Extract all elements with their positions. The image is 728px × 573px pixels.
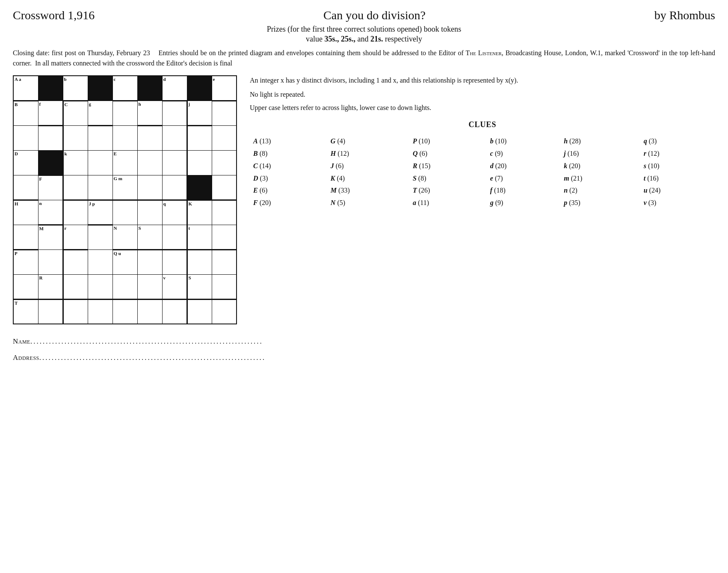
clue-letter: d <box>490 162 494 169</box>
crossword-number: Crossword 1,916 <box>13 9 95 22</box>
cell-E7 <box>162 175 187 200</box>
cell-R2: R <box>38 274 63 299</box>
clue-letter: E <box>253 187 258 194</box>
cell-D9 <box>212 150 237 175</box>
clues-title: CLUES <box>250 119 715 131</box>
cell-R1 <box>13 274 38 299</box>
cell-B3: C <box>63 101 88 125</box>
clues-row: C (14)J (6)R (15)d (20)k (20)s (10) <box>250 160 715 172</box>
cell-T5 <box>112 299 137 324</box>
cell-M6: S <box>137 225 162 249</box>
cell-A8-black <box>187 76 212 101</box>
clue-cell: S (8) <box>409 172 487 185</box>
cell-D7 <box>162 150 187 175</box>
clue-letter: k <box>564 162 567 169</box>
clue-letter: b <box>490 137 494 145</box>
cell-E4 <box>88 175 112 200</box>
cell-D8 <box>187 150 212 175</box>
clue-cell: s (10) <box>640 160 715 172</box>
cell-M4 <box>88 225 112 249</box>
clue-letter: G <box>331 137 336 145</box>
clue-letter: h <box>564 137 568 145</box>
cell-C8 <box>187 125 212 150</box>
clue-cell: F (20) <box>250 197 327 209</box>
cell-B6: h <box>137 101 162 125</box>
cell-D3: k <box>63 150 88 175</box>
cell-T2 <box>38 299 63 324</box>
clue-letter: A <box>253 137 258 145</box>
clue-letter: Q <box>413 150 418 157</box>
prize-2: 25s., <box>341 35 355 43</box>
clue-cell: M (33) <box>327 184 409 197</box>
cell-E8-black <box>187 175 212 200</box>
cell-P7 <box>162 249 187 274</box>
subtitle-line2: value 35s., 25s., and 21s. respectively <box>13 35 715 44</box>
clue-cell: n (2) <box>560 184 640 197</box>
cell-T3 <box>63 299 88 324</box>
clue-cell: t (16) <box>640 172 715 185</box>
cell-A7: d <box>162 76 187 101</box>
grid-row-D: D k E <box>13 150 237 175</box>
cell-P8 <box>187 249 212 274</box>
address-dots: ........................................… <box>39 353 266 362</box>
clue-cell: C (14) <box>250 160 327 172</box>
clue-cell: A (13) <box>250 135 327 148</box>
clue-cell: G (4) <box>327 135 409 148</box>
cell-R5 <box>112 274 137 299</box>
clue-letter: H <box>331 150 336 157</box>
clue-letter: v <box>644 199 647 206</box>
cell-T1: T <box>13 299 38 324</box>
cell-T7 <box>162 299 187 324</box>
cell-R9 <box>212 274 237 299</box>
clue-cell: c (9) <box>487 148 560 160</box>
clues-row: A (13)G (4)P (10)b (10)h (28)q (3) <box>250 135 715 148</box>
cell-B7 <box>162 101 187 125</box>
clue-cell: p (35) <box>560 197 640 209</box>
grid-row-B: B f C g h j <box>13 101 237 125</box>
cell-P4 <box>88 249 112 274</box>
cell-E9 <box>212 175 237 200</box>
clue-letter: K <box>331 175 335 182</box>
clue-letter: B <box>253 150 258 157</box>
cell-C3 <box>63 125 88 150</box>
cell-M5: N <box>112 225 137 249</box>
grid-row-P: P Q u <box>13 249 237 274</box>
cell-E3 <box>63 175 88 200</box>
clue-cell: f (18) <box>487 184 560 197</box>
bottom-fields: Name....................................… <box>13 337 715 362</box>
cell-P5: Q u <box>112 249 137 274</box>
cell-E2: F <box>38 175 63 200</box>
clues-table: A (13)G (4)P (10)b (10)h (28)q (3)B (8)H… <box>250 135 715 209</box>
grid-row-H: H n J p q K <box>13 200 237 225</box>
clue-cell: H (12) <box>327 148 409 160</box>
cell-B9 <box>212 101 237 125</box>
cell-T6 <box>137 299 162 324</box>
cell-H7: q <box>162 200 187 225</box>
grid-container: A a b c d e B f C g <box>13 75 237 324</box>
clue-letter: s <box>644 162 646 169</box>
cell-C6 <box>137 125 162 150</box>
cell-E5: G m <box>112 175 137 200</box>
crossword-author: by Rhombus <box>654 9 715 22</box>
grid-row-M: M r N S t <box>13 225 237 249</box>
cell-D5: E <box>112 150 137 175</box>
intro-text-1: An integer x has y distinct divisors, in… <box>250 75 715 86</box>
clue-letter: q <box>644 137 647 145</box>
grid-row-A: A a b c d e <box>13 76 237 101</box>
cell-E1 <box>13 175 38 200</box>
cell-H2: n <box>38 200 63 225</box>
clues-row: F (20)N (5)a (11)g (9)p (35)v (3) <box>250 197 715 209</box>
clue-cell: d (20) <box>487 160 560 172</box>
cell-C7 <box>162 125 187 150</box>
grid-row-T: T <box>13 299 237 324</box>
main-content: A a b c d e B f C g <box>13 75 715 324</box>
cell-A4-black <box>88 76 112 101</box>
cell-H3 <box>63 200 88 225</box>
clue-letter: r <box>644 150 646 157</box>
clue-cell: K (4) <box>327 172 409 185</box>
clue-cell: J (6) <box>327 160 409 172</box>
clue-cell: B (8) <box>250 148 327 160</box>
cell-P6 <box>137 249 162 274</box>
name-label: Name <box>13 337 30 345</box>
clue-cell: g (9) <box>487 197 560 209</box>
